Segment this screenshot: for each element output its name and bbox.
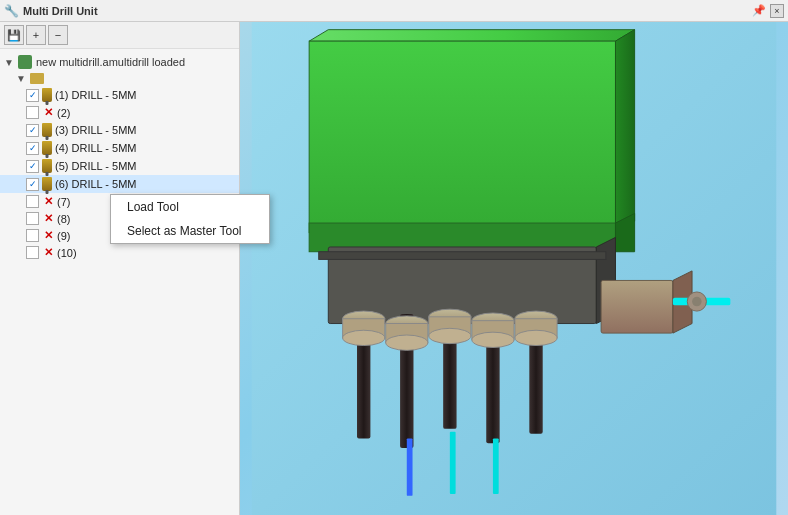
expand-arrow: ▼ <box>4 57 14 68</box>
tree-item-3[interactable]: (3) DRILL - 5MM <box>0 121 239 139</box>
svg-marker-3 <box>615 30 634 233</box>
svg-point-27 <box>515 330 557 345</box>
drill-icon-4 <box>42 141 52 155</box>
svg-rect-30 <box>493 438 499 494</box>
svg-point-15 <box>343 330 385 345</box>
checkbox-5[interactable] <box>26 160 39 173</box>
svg-point-21 <box>429 328 471 343</box>
svg-rect-36 <box>319 252 606 260</box>
item-label-5: (5) DRILL - 5MM <box>55 160 137 172</box>
tree-item-2[interactable]: ✕ (2) <box>0 104 239 121</box>
root-label: new multidrill.amultidrill loaded <box>36 56 185 68</box>
title-bar-left: 🔧 Multi Drill Unit <box>4 4 98 18</box>
add-button[interactable]: + <box>26 25 46 45</box>
pin-icon[interactable]: 📌 <box>752 4 766 17</box>
tree-item-10[interactable]: ✕ (10) <box>0 244 239 261</box>
3d-scene <box>240 22 788 515</box>
item-label-6: (6) DRILL - 5MM <box>55 178 137 190</box>
context-menu-load-tool[interactable]: Load Tool <box>111 195 269 219</box>
drill-icon-1 <box>42 88 52 102</box>
window-title: Multi Drill Unit <box>23 5 98 17</box>
item-label-7: (7) <box>57 196 70 208</box>
item-label-1: (1) DRILL - 5MM <box>55 89 137 101</box>
sidebar-panel: 💾 + − ▼ new multidrill.amultidrill loade… <box>0 22 240 515</box>
checkbox-2[interactable] <box>26 106 39 119</box>
svg-marker-1 <box>309 30 634 41</box>
checkbox-9[interactable] <box>26 229 39 242</box>
item-label-3: (3) DRILL - 5MM <box>55 124 137 136</box>
item-label-2: (2) <box>57 107 70 119</box>
item-label-8: (8) <box>57 213 70 225</box>
viewport <box>240 22 788 515</box>
close-button[interactable]: × <box>770 4 784 18</box>
checkbox-7[interactable] <box>26 195 39 208</box>
item-label-9: (9) <box>57 230 70 242</box>
tree-item-5[interactable]: (5) DRILL - 5MM <box>0 157 239 175</box>
tree-group[interactable]: ▼ <box>0 71 239 86</box>
remove-button[interactable]: − <box>48 25 68 45</box>
remove-icon: − <box>55 29 61 41</box>
root-icon <box>18 55 32 69</box>
save-icon: 💾 <box>7 29 21 42</box>
app-icon: 🔧 <box>4 4 19 18</box>
folder-icon <box>30 73 44 84</box>
checkbox-4[interactable] <box>26 142 39 155</box>
svg-point-24 <box>472 332 514 347</box>
checkbox-1[interactable] <box>26 89 39 102</box>
svg-rect-2 <box>309 41 615 232</box>
drill-icon-6 <box>42 177 52 191</box>
drill-icon-5 <box>42 159 52 173</box>
checkbox-3[interactable] <box>26 124 39 137</box>
tree-item-1[interactable]: (1) DRILL - 5MM <box>0 86 239 104</box>
context-menu-select-master[interactable]: Select as Master Tool <box>111 219 269 243</box>
checkbox-10[interactable] <box>26 246 39 259</box>
tree-root[interactable]: ▼ new multidrill.amultidrill loaded <box>0 53 239 71</box>
item-label-4: (4) DRILL - 5MM <box>55 142 137 154</box>
svg-rect-29 <box>450 432 456 494</box>
tree-item-4[interactable]: (4) DRILL - 5MM <box>0 139 239 157</box>
checkbox-8[interactable] <box>26 212 39 225</box>
context-menu: Load Tool Select as Master Tool <box>110 194 270 244</box>
checkbox-6[interactable] <box>26 178 39 191</box>
drill-icon-3 <box>42 123 52 137</box>
title-bar-controls: 📌 × <box>752 4 784 18</box>
x-icon-10: ✕ <box>42 247 54 259</box>
svg-point-35 <box>692 297 702 307</box>
tree-item-6[interactable]: (6) DRILL - 5MM <box>0 175 239 193</box>
sidebar-toolbar: 💾 + − <box>0 22 239 49</box>
collapse-arrow: ▼ <box>16 73 26 84</box>
item-label-10: (10) <box>57 247 77 259</box>
svg-point-18 <box>386 335 428 350</box>
x-icon-2: ✕ <box>42 107 54 119</box>
add-icon: + <box>33 29 39 41</box>
svg-rect-31 <box>601 280 673 333</box>
svg-rect-28 <box>407 438 413 495</box>
x-icon-7: ✕ <box>42 196 54 208</box>
title-bar: 🔧 Multi Drill Unit 📌 × <box>0 0 788 22</box>
tree-panel: ▼ new multidrill.amultidrill loaded ▼ (1… <box>0 49 239 515</box>
save-button[interactable]: 💾 <box>4 25 24 45</box>
x-icon-8: ✕ <box>42 213 54 225</box>
x-icon-9: ✕ <box>42 230 54 242</box>
main-layout: 💾 + − ▼ new multidrill.amultidrill loade… <box>0 22 788 515</box>
